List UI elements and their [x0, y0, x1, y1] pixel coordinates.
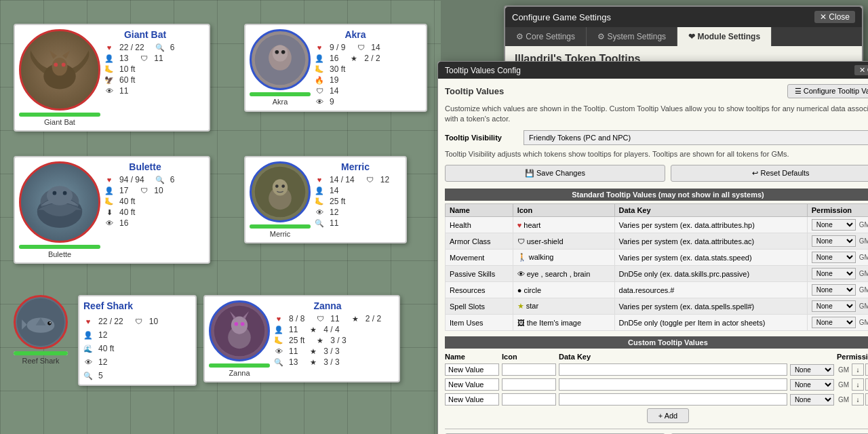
tab-module-settings[interactable]: ❤ Module Settings	[677, 27, 772, 46]
custom-icon-input-2[interactable]	[502, 378, 556, 391]
bottom-buttons: 🔧 Enable Data Key Debugger 💾 Save Custom…	[445, 429, 868, 434]
table-row: Spell Slots ★ star Varies per system (ex…	[446, 298, 869, 315]
token-image-wrap-merric: Merric	[250, 161, 311, 238]
custom-col-datakey: Data Key	[559, 353, 834, 361]
perm-select[interactable]: None	[812, 284, 856, 296]
token-name-akra: Akra	[315, 29, 396, 40]
row-name: Resources	[446, 282, 513, 298]
token-name-giant-bat: Giant Bat	[104, 29, 186, 40]
heart-icon-merric: ♥	[315, 176, 324, 184]
svg-point-27	[231, 317, 248, 334]
perm-select[interactable]: None	[812, 252, 856, 263]
token-label-bulette: Bulette	[19, 250, 100, 258]
shield-icon-akra: 🛡	[356, 43, 366, 52]
perm-select[interactable]: None	[812, 268, 856, 279]
reset-defaults-button[interactable]: ↩ Reset Defaults	[671, 165, 868, 182]
svg-point-8	[273, 45, 288, 62]
token-label-zanna: Zanna	[209, 369, 270, 377]
svg-point-28	[235, 322, 239, 326]
row-icon: ♥ heart	[513, 217, 614, 233]
hp-val: 22 / 22	[119, 43, 144, 52]
sub-modal-close-button[interactable]: ✕ Close	[854, 65, 868, 75]
token-image-merric[interactable]	[250, 161, 311, 222]
row-down-btn-3[interactable]: ↓	[852, 393, 864, 406]
row-name: Armor Class	[446, 233, 513, 250]
custom-row-3: None GM ↓ ↑ 🗑	[445, 393, 868, 406]
token-name-reef-shark: Reef Shark	[83, 300, 133, 311]
passive-icon-zanna: 🔍	[274, 358, 283, 367]
row-datakey: Varies per system (ex. data.spells.spell…	[614, 298, 807, 315]
custom-name-input-3[interactable]	[445, 393, 499, 406]
walk-icon-bulette: 🦶	[104, 197, 114, 206]
save-changes-button[interactable]: 💾 Save Changes	[445, 165, 665, 182]
heart-icon-bulette: ♥	[104, 176, 114, 184]
row-name: Health	[446, 217, 513, 233]
ac-icon-merric: 🛡	[366, 176, 375, 184]
perm-select[interactable]: None	[812, 235, 856, 247]
search-icon-reef-shark: 🔍	[83, 372, 93, 380]
row-down-btn-2[interactable]: ↓	[852, 378, 864, 391]
custom-icon-input-1[interactable]	[502, 363, 556, 376]
row-icon: ● circle	[513, 282, 614, 298]
token-image-akra[interactable]	[250, 29, 311, 90]
main-modal-close-button[interactable]: ✕ Close	[814, 11, 855, 23]
perm-select[interactable]: None	[812, 219, 856, 231]
custom-key-input-1[interactable]	[559, 363, 787, 376]
perm-select[interactable]: None	[812, 317, 856, 328]
custom-key-input-2[interactable]	[559, 378, 787, 391]
add-custom-row-button[interactable]: + Add	[647, 408, 689, 423]
main-modal-titlebar: Configure Game Settings ✕ Close	[505, 7, 862, 27]
star5-icon-zanna: ★	[309, 358, 318, 367]
custom-name-input-1[interactable]	[445, 363, 499, 376]
row-up-btn-1[interactable]: ↑	[865, 363, 868, 376]
svg-marker-3	[62, 51, 70, 59]
fly-icon: 🦅	[104, 76, 114, 85]
eye-icon-zanna: 👁	[274, 347, 283, 355]
perm-select[interactable]: None	[812, 300, 856, 312]
token-image-giant-bat[interactable]	[19, 29, 100, 111]
token-image-zanna[interactable]	[209, 300, 270, 361]
star2-icon-zanna: ★	[309, 326, 318, 334]
token-image-bulette[interactable]	[19, 161, 100, 243]
token-label-reef-shark-standalone: Reef Shark	[14, 357, 68, 365]
row-permission: None GM	[807, 282, 868, 298]
shield-icon-bulette: 🔍	[155, 176, 165, 184]
row-actions-1: ↓ ↑ 🗑	[852, 363, 868, 376]
token-image-reef-shark[interactable]	[14, 295, 68, 349]
svg-point-1	[52, 58, 68, 76]
eye-icon-akra: 👁	[315, 98, 324, 106]
row-icon: 👁 eye , search , brain	[513, 266, 614, 282]
custom-perm-select-2[interactable]: None	[790, 379, 834, 391]
gm-badge-1: GM	[838, 366, 849, 374]
token-stats-akra: Akra ♥9 / 9 🛡14 👤16 ★2 / 2 🦶30 ft 🔥19 🛡1…	[315, 29, 396, 106]
col-icon: Icon	[513, 204, 614, 217]
gm-badge-3: GM	[838, 396, 849, 403]
row-actions-3: ↓ ↑ 🗑	[852, 393, 868, 406]
visibility-desc: Tooltip Visibility adjusts which tokens …	[445, 149, 868, 159]
row-up-btn-3[interactable]: ↑	[865, 393, 868, 406]
gm-badge-2: GM	[838, 381, 849, 389]
person-icon-akra: 👤	[315, 54, 324, 63]
custom-name-input-2[interactable]	[445, 378, 499, 391]
tab-core-settings[interactable]: ⚙ Core Settings	[505, 27, 587, 46]
custom-perm-select-1[interactable]: None	[790, 364, 834, 376]
walk-icon-akra: 🦶	[315, 65, 324, 74]
custom-perm-select-3[interactable]: None	[790, 394, 834, 406]
tab-system-settings[interactable]: ⚙ System Settings	[587, 27, 677, 46]
row-permission: None GM	[807, 217, 868, 233]
token-card-merric: Merric Merric ♥14 / 14 🛡12 👤14 🦶25 ft 👁1…	[244, 156, 407, 243]
row-up-btn-2[interactable]: ↑	[865, 378, 868, 391]
svg-point-10	[281, 50, 285, 54]
main-modal-tabs: ⚙ Core Settings ⚙ System Settings ❤ Modu…	[505, 27, 862, 46]
configure-tooltip-values-button[interactable]: ☰ Configure Tooltip Values	[787, 84, 868, 98]
token-stats-merric: Merric ♥14 / 14 🛡12 👤14 🦶25 ft 👁12 🔍11	[315, 161, 396, 228]
row-actions-2: ↓ ↑ 🗑	[852, 378, 868, 391]
token-name-zanna: Zanna	[274, 300, 381, 311]
row-down-btn-1[interactable]: ↓	[852, 363, 864, 376]
custom-key-input-3[interactable]	[559, 393, 787, 406]
row-icon: 🖼 the Item's image	[513, 315, 614, 331]
token-image-wrap-bulette: Bulette	[19, 161, 100, 258]
custom-icon-input-3[interactable]	[502, 393, 556, 406]
custom-col-icon: Icon	[502, 353, 556, 361]
visibility-select[interactable]: Friendly Tokens (PC and NPC)All TokensNo…	[524, 130, 868, 145]
